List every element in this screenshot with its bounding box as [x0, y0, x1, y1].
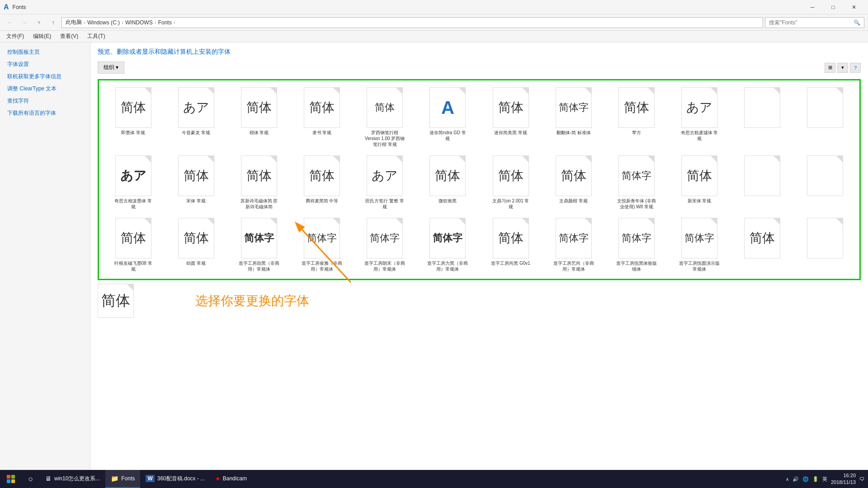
list-item[interactable]: 简体 罗西钢笔行楷 Version 1.00 罗西钢笔行楷 常规	[354, 84, 415, 150]
list-item[interactable]: 简体 叶根友磁飞墨08 常规	[103, 215, 164, 275]
list-item[interactable]: 简体字 造字工房悦黑体验版 细体	[606, 215, 667, 275]
sidebar-item-cleartype[interactable]: 调整 ClearType 文本	[0, 83, 90, 95]
font-icon	[807, 155, 843, 196]
list-item[interactable]: 简体字 造字工房悦圆演示版 常规体	[669, 215, 730, 275]
page-title: 预览、删除或者显示和隐藏计算机上安装的字体	[98, 48, 861, 56]
taskbar-item-bandicam[interactable]: ● Bandicam	[210, 470, 252, 488]
list-item[interactable]: 简体 文鼎习on 2.001 常规	[480, 152, 541, 213]
list-item[interactable]	[732, 152, 793, 213]
minimize-button[interactable]: ─	[802, 0, 823, 14]
battery-icon[interactable]: 🔋	[812, 476, 819, 482]
list-item[interactable]: 简体字 造字工房艺尚（非商用）常规体	[543, 215, 604, 275]
list-item[interactable]: 简体字 造字工房朗宋（非商用）常规体	[354, 215, 415, 275]
breadcrumb-fonts[interactable]: Fonts	[158, 19, 172, 26]
font-icon: 简体	[429, 155, 466, 196]
sidebar-item-getfonts[interactable]: 联机获取更多字体信息	[0, 70, 90, 83]
breadcrumb-bar: 此电脑 › Windows (C:) › WINDOWS › Fonts ›	[61, 17, 763, 28]
font-icon: 简体	[304, 87, 340, 128]
list-item[interactable]: あア 田氏方笔行 繁整 常规	[354, 152, 415, 213]
preview-char: 简体	[101, 291, 130, 311]
font-icon	[744, 87, 780, 128]
main-layout: 控制面板主页 字体设置 联机获取更多字体信息 调整 ClearType 文本 查…	[0, 42, 868, 470]
taskbar-item-win10[interactable]: 🖥 win10怎么更改系...	[40, 470, 105, 488]
sidebar-item-alllang[interactable]: 下载所有语言的字体	[0, 107, 90, 119]
sidebar-item-fontsettings[interactable]: 字体设置	[0, 58, 90, 70]
taskbar-win10-label: win10怎么更改系...	[54, 475, 100, 483]
list-item[interactable]	[795, 152, 856, 213]
font-icon: 简体字	[618, 218, 655, 258]
list-item[interactable]: 简体 造字工房尚黑 G0v1	[480, 215, 541, 275]
list-item[interactable]: 简体 即墨体 常规	[103, 84, 164, 150]
taskbar-item-fonts[interactable]: 📁 Fonts	[105, 470, 140, 488]
sidebar-item-findchar[interactable]: 查找字符	[0, 95, 90, 107]
list-item[interactable]: 简体 腾祥麦黑简 中等	[292, 152, 353, 213]
list-item[interactable]	[795, 84, 856, 150]
font-icon: 简体字	[556, 87, 592, 128]
help-button[interactable]: ?	[850, 63, 861, 73]
cortana-button[interactable]: ○	[22, 470, 40, 488]
list-item[interactable]: 简体 苏新诗毛磁体简 苏新诗毛磁体简	[228, 152, 289, 213]
taskbar-bandicam-icon: ●	[216, 474, 220, 483]
back-button[interactable]: ←	[4, 16, 16, 29]
list-item[interactable]: あア 奇思古粗废墟体 常规	[669, 84, 730, 150]
list-item[interactable]: A 迷你简ndra GD 常规	[417, 84, 478, 150]
organize-button[interactable]: 组织 ▾	[98, 61, 124, 74]
search-input[interactable]	[769, 19, 852, 26]
preview-font-icon: 简体	[98, 284, 134, 318]
list-item[interactable]: 简体 楷体 常规	[228, 84, 289, 150]
menu-tools[interactable]: 工具(T)	[83, 31, 109, 42]
notification-icon[interactable]: 🗨	[859, 476, 864, 482]
breadcrumb-drive[interactable]: Windows (C:)	[87, 19, 120, 26]
list-item[interactable]: 简体字 翻翻体-简 标准体	[543, 84, 604, 150]
recent-locations-button[interactable]: ▾	[33, 16, 45, 29]
clock-date: 2018/11/13	[831, 479, 856, 486]
taskbar-item-word[interactable]: W 360配音稿.docx - ...	[140, 470, 210, 488]
list-item[interactable]: 简体字 造字工房俊雅（非商用）常规体	[292, 215, 353, 275]
list-item[interactable]	[732, 84, 793, 150]
menu-view[interactable]: 查看(V)	[56, 31, 83, 42]
toolbar: 组织 ▾ ⊞ ▾ ?	[98, 61, 861, 74]
view-dropdown[interactable]: ▾	[837, 63, 848, 73]
sidebar-item-controlpanel[interactable]: 控制面板主页	[0, 46, 90, 58]
search-bar[interactable]: 🔍	[765, 17, 864, 28]
taskbar-fonts-icon: 📁	[111, 475, 118, 482]
list-item[interactable]: 简体字 造字工房力黑（非商用）常规体	[417, 215, 478, 275]
font-icon: 简体字	[618, 155, 655, 196]
list-item[interactable]: 简体字 文悦新青年体 (非商业使用) W8 常规	[606, 152, 667, 213]
clock-display[interactable]: 16:20 2018/11/13	[831, 472, 856, 486]
font-icon: 简体	[493, 87, 529, 128]
windows-logo	[7, 475, 15, 483]
list-item[interactable]: あア 今昔豪龙 常规	[165, 84, 226, 150]
keyboard-lang-icon[interactable]: 英	[822, 476, 827, 483]
list-item[interactable]: 简体字 造字工房劲黑（非商用）常规体	[228, 215, 289, 275]
breadcrumb-computer[interactable]: 此电脑	[66, 19, 82, 26]
network-icon[interactable]: 🌐	[802, 476, 809, 482]
list-item[interactable]: あア 奇思古相泼墨体 常规	[103, 152, 164, 213]
title-bar-left: A Fonts	[4, 3, 26, 11]
list-item[interactable]: 简体 隶书 常规	[292, 84, 353, 150]
start-button[interactable]	[0, 470, 22, 488]
list-item[interactable]: 简体 宋体 常规	[165, 152, 226, 213]
font-icon: 简体字	[681, 218, 717, 258]
tray-up-icon[interactable]: ∧	[786, 477, 789, 482]
list-item[interactable]: 简体 文鼎颜楷 常规	[543, 152, 604, 213]
forward-button[interactable]: →	[18, 16, 31, 29]
font-icon: 简体	[493, 218, 529, 258]
up-button[interactable]: ↑	[47, 16, 60, 29]
list-item[interactable]: 简体 迷你简美黑 常规	[480, 84, 541, 150]
list-item[interactable]: 简体 苹方	[606, 84, 667, 150]
menu-edit[interactable]: 编辑(E)	[28, 31, 56, 42]
close-button[interactable]: ✕	[844, 0, 864, 14]
maximize-button[interactable]: □	[823, 0, 844, 14]
list-item[interactable]: 简体 新宋体 常规	[669, 152, 730, 213]
list-item[interactable]: 简体 微软推黑	[417, 152, 478, 213]
speaker-icon[interactable]: 🔊	[793, 476, 799, 482]
list-item[interactable]: 简体	[732, 215, 793, 275]
list-item[interactable]: 简体 幼圆 常规	[165, 215, 226, 275]
font-icon: 简体	[681, 155, 717, 196]
font-grid-container: 简体 即墨体 常规 あア 今昔豪龙 常规 简体 楷体 常规 简体 隶书 常规 简…	[98, 79, 861, 280]
menu-file[interactable]: 文件(F)	[2, 31, 28, 42]
list-item[interactable]	[795, 215, 856, 275]
view-large-icons[interactable]: ⊞	[825, 63, 835, 73]
breadcrumb-windows[interactable]: WINDOWS	[125, 19, 153, 26]
